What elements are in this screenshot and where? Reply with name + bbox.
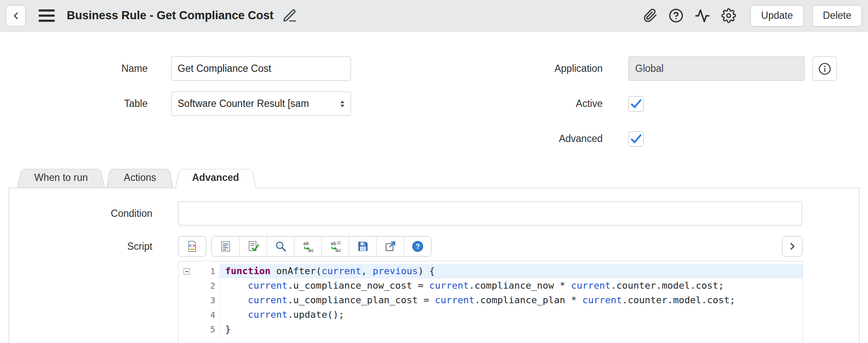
tab-label: When to run [34, 172, 88, 183]
search-button[interactable] [267, 237, 294, 256]
svg-text:>: > [193, 243, 196, 248]
context-menu-button[interactable] [37, 7, 56, 24]
advanced-tab-panel: Condition Script <> [9, 188, 859, 343]
fold-gutter [178, 308, 195, 322]
line-number: 5 [195, 322, 220, 337]
replace-all-icon: abac [329, 240, 342, 253]
svg-text:ab: ab [303, 241, 309, 246]
line-number: 3 [195, 293, 220, 308]
tab-when-to-run[interactable]: When to run [17, 167, 105, 188]
back-button[interactable] [6, 5, 26, 27]
code-line[interactable]: 1function onAfter(current, previous) { [178, 264, 803, 278]
table-select[interactable]: Software Counter Result [sam [171, 92, 351, 116]
replace-all-button[interactable]: abac [321, 237, 349, 256]
application-info-button[interactable] [812, 56, 837, 81]
script-toolbar-group: abac abac [211, 236, 431, 257]
tab-actions[interactable]: Actions [107, 167, 173, 188]
application-field: Global [628, 56, 805, 81]
tab-label: Actions [124, 172, 156, 183]
code-text: current.u_compliance_plan_cost = current… [220, 293, 803, 308]
pop-out-icon [384, 240, 397, 253]
pop-out-button[interactable] [376, 237, 404, 256]
replace-icon: abac [302, 240, 315, 253]
script-editor[interactable]: 1function onAfter(current, previous) {2 … [178, 261, 803, 343]
tab-label: Advanced [192, 172, 239, 183]
script-toolbar: <> [178, 236, 431, 257]
active-checkbox[interactable] [628, 96, 644, 112]
tab-advanced[interactable]: Advanced [175, 167, 256, 188]
attachment-button[interactable] [638, 6, 663, 25]
page-title: Business Rule - Get Compliance Cost [67, 9, 273, 22]
check-syntax-button[interactable] [239, 237, 267, 256]
save-icon [357, 240, 369, 253]
form-help-icon [669, 8, 684, 23]
format-code-icon [219, 240, 232, 253]
activity-stream-button[interactable] [689, 6, 716, 26]
check-syntax-icon [247, 240, 260, 253]
line-number: 4 [195, 308, 220, 322]
edit-pencil-icon[interactable] [282, 8, 297, 24]
checkmark-icon [629, 97, 643, 110]
help-button[interactable] [663, 6, 689, 26]
tab-bar: When to runActionsAdvanced [17, 167, 258, 188]
expand-right-chevron-icon [787, 241, 798, 252]
advanced-label: Advanced [517, 127, 603, 151]
header-bar: Business Rule - Get Compliance Cost Upda [0, 0, 868, 32]
line-number: 2 [195, 278, 220, 293]
settings-gear-icon [721, 8, 736, 23]
application-label: Application [517, 56, 603, 81]
code-line[interactable]: 3 current.u_compliance_plan_cost = curre… [178, 293, 803, 308]
activity-stream-icon [695, 8, 710, 24]
syntax-editor-toggle-button[interactable]: <> [178, 236, 206, 257]
script-help-button[interactable]: ? [404, 237, 431, 256]
info-icon [818, 62, 832, 76]
svg-text:<: < [189, 243, 192, 248]
name-label: Name [62, 56, 148, 81]
syntax-editor-icon: <> [186, 240, 199, 253]
svg-text:ac: ac [336, 248, 342, 253]
condition-input[interactable] [178, 201, 802, 225]
replace-button[interactable]: abac [294, 237, 321, 256]
back-icon [10, 10, 21, 21]
search-icon [274, 240, 287, 253]
editor-expand-button[interactable] [782, 236, 803, 257]
advanced-checkbox[interactable] [628, 131, 644, 147]
format-code-button[interactable] [212, 237, 239, 256]
table-label: Table [62, 92, 148, 116]
hamburger-icon [39, 9, 55, 12]
code-text: current.u_compliance_now_cost = current.… [220, 278, 803, 293]
line-number: 1 [195, 264, 220, 278]
code-line[interactable]: 5} [178, 322, 803, 337]
svg-text:?: ? [416, 242, 420, 250]
save-script-button[interactable] [349, 237, 376, 256]
update-button[interactable]: Update [750, 5, 803, 27]
condition-label: Condition [67, 201, 152, 225]
fold-gutter [178, 278, 195, 293]
script-label: Script [67, 236, 152, 257]
svg-text:ab: ab [330, 241, 336, 246]
script-help-icon: ? [411, 240, 424, 253]
table-select-value: Software Counter Result [sam [172, 98, 336, 109]
code-text: } [220, 322, 803, 337]
code-line[interactable]: 4 current.update(); [178, 308, 803, 322]
attachment-icon [643, 9, 657, 23]
select-stepper-icon [336, 98, 351, 109]
active-label: Active [517, 92, 603, 116]
delete-button[interactable]: Delete [812, 5, 862, 27]
code-lines: 1function onAfter(current, previous) {2 … [178, 264, 803, 337]
code-text: current.update(); [220, 308, 803, 322]
code-text: function onAfter(current, previous) { [220, 264, 803, 278]
code-line[interactable]: 2 current.u_compliance_now_cost = curren… [178, 278, 803, 293]
business-rule-form: Business Rule - Get Compliance Cost Upda [0, 0, 868, 343]
svg-text:ac: ac [308, 248, 314, 253]
checkmark-icon [629, 132, 643, 145]
fold-gutter [178, 322, 195, 337]
fold-minus-icon[interactable] [178, 264, 195, 278]
name-input[interactable] [171, 56, 351, 81]
fold-gutter [178, 293, 195, 308]
personalize-form-button[interactable] [716, 6, 742, 26]
